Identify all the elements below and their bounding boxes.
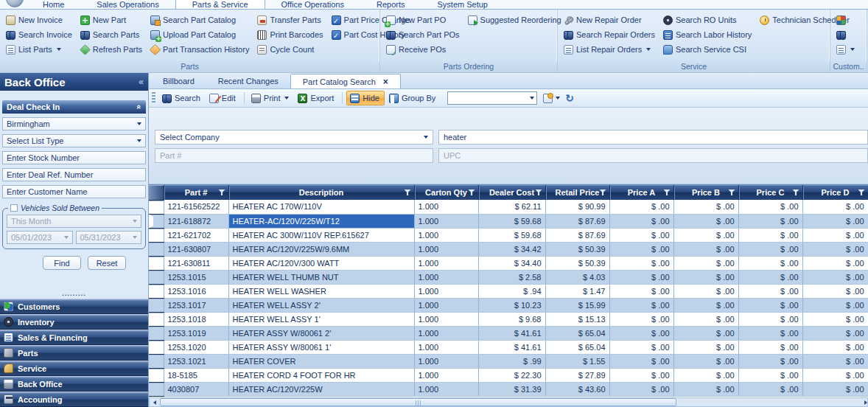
cell-carton-qty[interactable]: 1.000 [414, 228, 478, 242]
toolbar-grip[interactable] [152, 92, 155, 104]
table-row[interactable]: 18-5185HEATER CORD 4 FOOT FOR HR1.000$ 2… [149, 368, 868, 382]
scroll-right-arrow[interactable] [857, 398, 867, 406]
location-dropdown[interactable]: Birmingham [2, 117, 146, 131]
table-row[interactable]: 121-630811HEATER AC/120V/300 WATT1.000$ … [149, 256, 868, 270]
cell-dealer-cost[interactable]: $ .94 [478, 284, 545, 298]
cell-price-c[interactable]: $ .00 [738, 284, 802, 298]
customer-name-input[interactable]: Enter Customer Name [2, 185, 146, 198]
cell-dealer-cost[interactable]: $ 34.42 [478, 242, 545, 256]
column-header-description[interactable]: Description [228, 185, 414, 200]
receive-pos-button[interactable]: Receive POs [384, 42, 464, 57]
nav-splitter-handle[interactable]: ......... [0, 292, 148, 299]
cell-price-d[interactable]: $ .00 [802, 326, 868, 340]
cell-price-c[interactable]: $ .00 [738, 354, 802, 368]
row-indicator-cell[interactable] [149, 214, 164, 228]
cell-retail-price[interactable]: $ 87.69 [545, 214, 609, 228]
table-row[interactable]: 1253.1021HEATER COVER1.000$ .99$ 1.55$ .… [149, 354, 868, 368]
cell-carton-qty[interactable]: 1.000 [414, 368, 478, 382]
cell-price-d[interactable]: $ .00 [802, 354, 868, 368]
scroll-left-arrow[interactable] [150, 398, 160, 406]
table-row[interactable]: 1253.1020HEATER ASSY W/80061 1'1.000$ 41… [149, 340, 868, 354]
doc-tab-billboard[interactable]: Billboard [151, 74, 206, 88]
list-repair-orders-button[interactable]: List Repair Orders [561, 42, 659, 57]
cell-part[interactable]: 4030807 [164, 382, 228, 396]
table-row[interactable]: 4030807HEATER AC/120V/225W1.000$ 31.39$ … [149, 382, 868, 396]
filter-funnel-icon[interactable] [664, 189, 671, 195]
search-labor-history-button[interactable]: Search Labor History [661, 27, 756, 42]
print-button[interactable]: Print [248, 91, 294, 105]
cell-description[interactable]: HEATER ASSY W/80061 1' [228, 340, 414, 354]
sidebar-collapse-icon[interactable]: « [139, 77, 144, 87]
cell-retail-price[interactable]: $ 50.39 [545, 242, 609, 256]
cell-dealer-cost[interactable]: $ .99 [478, 354, 545, 368]
cell-price-d[interactable]: $ .00 [802, 340, 868, 354]
row-indicator-cell[interactable] [149, 242, 164, 256]
search-button[interactable]: Search [159, 91, 205, 105]
cell-description[interactable]: HEATER AC 300W/110V REP.615627 [228, 228, 414, 242]
cell-price-c[interactable]: $ .00 [738, 312, 802, 326]
filter-funnel-icon[interactable] [600, 189, 606, 195]
filter-funnel-icon[interactable] [405, 189, 411, 195]
cell-carton-qty[interactable]: 1.000 [414, 298, 478, 312]
nav-item-parts[interactable]: Parts [0, 345, 148, 361]
table-row[interactable]: 121-630807HEATER AC/120V/225W/9.6MM1.000… [149, 242, 868, 256]
row-indicator-cell[interactable] [149, 298, 164, 312]
reset-button[interactable]: Reset [88, 256, 126, 270]
cell-description[interactable]: HEATER WELL THUMB NUT [228, 270, 414, 284]
cell-dealer-cost[interactable]: $ 62.11 [478, 200, 545, 214]
column-header-price-d[interactable]: Price D [802, 185, 868, 200]
cell-description[interactable]: HEATER ASSY W/80061 2' [228, 326, 414, 340]
cell-dealer-cost[interactable]: $ 41.61 [478, 326, 545, 340]
cell-price-a[interactable]: $ .00 [609, 326, 673, 340]
cell-retail-price[interactable]: $ 65.04 [545, 340, 609, 354]
nav-item-sales-financing[interactable]: Sales & Financing [0, 330, 148, 345]
table-row[interactable]: 1253.1018HEATER WELL ASSY 1'1.000$ 9.68$… [149, 312, 868, 326]
custom-button[interactable] [834, 42, 859, 57]
cell-dealer-cost[interactable]: $ 2.58 [478, 270, 545, 284]
table-row[interactable]: 121-621702HEATER AC 300W/110V REP.615627… [149, 228, 868, 242]
description-search-input[interactable] [438, 130, 868, 145]
print-barcodes-button[interactable]: Print Barcodes [255, 27, 327, 42]
cell-price-d[interactable]: $ .00 [802, 312, 868, 326]
table-row[interactable]: 1253.1019HEATER ASSY W/80061 2'1.000$ 41… [149, 326, 868, 340]
cell-description[interactable]: HEATER COVER [228, 354, 414, 368]
cell-price-d[interactable]: $ .00 [802, 256, 868, 270]
app-tab-system-setup[interactable]: System Setup [421, 0, 503, 9]
period-dropdown[interactable]: This Month [7, 215, 141, 228]
cell-dealer-cost[interactable]: $ 10.23 [478, 298, 545, 312]
cell-retail-price[interactable]: $ 90.99 [545, 200, 609, 214]
cell-carton-qty[interactable]: 1.000 [414, 326, 478, 340]
column-header-price-c[interactable]: Price C [738, 185, 802, 200]
cell-dealer-cost[interactable]: $ 22.30 [478, 368, 545, 382]
column-header-dealer-cost[interactable]: Dealer Cost [478, 185, 545, 200]
cell-price-b[interactable]: $ .00 [673, 270, 738, 284]
row-indicator-cell[interactable] [149, 340, 164, 354]
cell-dealer-cost[interactable]: $ 41.61 [478, 340, 545, 354]
row-indicator-cell[interactable] [149, 200, 164, 214]
cell-price-d[interactable]: $ .00 [802, 284, 868, 298]
cell-part[interactable]: 1253.1017 [164, 298, 228, 312]
cell-price-b[interactable]: $ .00 [673, 298, 738, 312]
search-part-pos-button[interactable]: Search Part POs [384, 27, 464, 42]
column-header-retail-price[interactable]: Retail Price [545, 185, 609, 200]
filter-funnel-icon[interactable] [729, 189, 735, 195]
cell-carton-qty[interactable]: 1.000 [414, 284, 478, 298]
search-service-csi-button[interactable]: Search Service CSI [661, 42, 756, 57]
transfer-parts-button[interactable]: Transfer Parts [255, 13, 327, 27]
cell-retail-price[interactable]: $ 27.89 [545, 368, 609, 382]
cell-dealer-cost[interactable]: $ 9.68 [478, 312, 545, 326]
cell-part[interactable]: 121-630811 [164, 256, 228, 270]
cell-price-d[interactable]: $ .00 [802, 368, 868, 382]
column-header-price-b[interactable]: Price B [673, 185, 738, 200]
cell-price-b[interactable]: $ .00 [673, 242, 738, 256]
row-indicator-cell[interactable] [149, 382, 164, 396]
app-tab-reports[interactable]: Reports [360, 0, 421, 9]
cell-price-c[interactable]: $ .00 [738, 242, 802, 256]
cell-price-c[interactable]: $ .00 [738, 214, 802, 228]
cell-price-a[interactable]: $ .00 [609, 312, 673, 326]
cell-part[interactable]: 1253.1021 [164, 354, 228, 368]
table-row[interactable]: 121-61562522HEATER AC 170W/110V1.000$ 62… [149, 200, 868, 214]
filter-funnel-icon[interactable] [219, 189, 225, 195]
refresh-icon[interactable]: ↻ [565, 94, 576, 103]
cell-price-d[interactable]: $ .00 [802, 214, 868, 228]
